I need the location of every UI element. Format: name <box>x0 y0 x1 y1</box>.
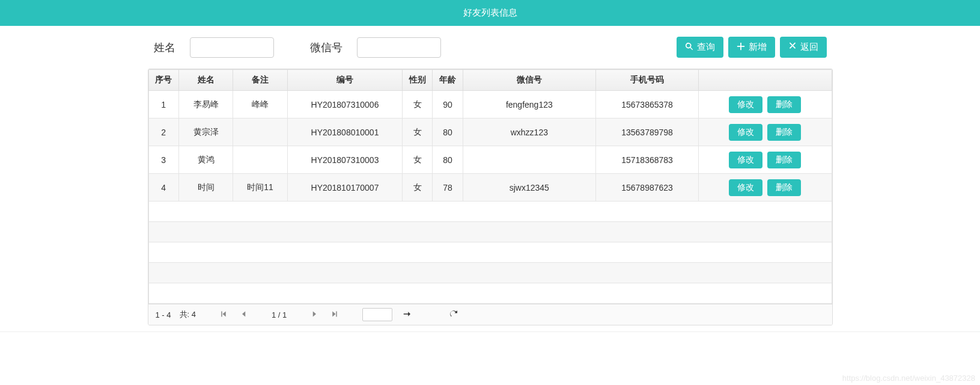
cell-phone: 15678987623 <box>596 174 699 202</box>
back-button[interactable]: 返回 <box>780 37 827 58</box>
cell-action: 修改删除 <box>699 119 832 146</box>
cell-gender: 女 <box>403 146 433 174</box>
cell-gender: 女 <box>403 91 433 119</box>
cell-seq: 4 <box>148 174 178 202</box>
back-button-label: 返回 <box>800 42 818 53</box>
table-row-empty <box>148 202 832 222</box>
cell-wechat: wxhzz123 <box>463 119 595 146</box>
name-label: 姓名 <box>154 40 175 55</box>
edit-button[interactable]: 修改 <box>729 124 762 141</box>
delete-button[interactable]: 删除 <box>767 124 801 141</box>
footer-divider <box>0 331 980 332</box>
query-button[interactable]: 查询 <box>677 37 723 58</box>
cell-seq: 3 <box>148 146 178 174</box>
cell-wechat <box>463 146 595 174</box>
cell-wechat: sjwx12345 <box>463 174 595 202</box>
plus-icon <box>737 42 745 52</box>
search-toolbar: 姓名 微信号 查询 新增 返回 <box>148 37 833 69</box>
edit-button[interactable]: 修改 <box>729 96 762 113</box>
cell-action: 修改删除 <box>699 146 832 174</box>
main-container: 姓名 微信号 查询 新增 返回 序号 <box>148 26 833 325</box>
cell-action: 修改删除 <box>699 174 832 202</box>
cell-gender: 女 <box>403 119 433 146</box>
name-input[interactable] <box>190 37 274 58</box>
cell-gender: 女 <box>403 174 433 202</box>
col-seq[interactable]: 序号 <box>148 70 178 91</box>
pager-range: 1 - 4 <box>156 310 171 319</box>
first-page-icon <box>220 310 227 319</box>
cell-seq: 1 <box>148 91 178 119</box>
table-row[interactable]: 1李易峰峰峰HY201807310006女90fengfeng123156738… <box>148 91 832 119</box>
data-grid: 序号 姓名 备注 编号 性别 年龄 微信号 手机号码 1李易峰峰峰HY20180… <box>148 69 833 325</box>
pager-total: 共: 4 <box>180 309 196 320</box>
cell-seq: 2 <box>148 119 178 146</box>
table-row-empty <box>148 242 832 263</box>
cell-age: 80 <box>433 119 463 146</box>
cell-name: 黄宗泽 <box>178 119 233 146</box>
table-row-empty <box>148 222 832 242</box>
pager-first-button[interactable] <box>218 309 230 321</box>
query-button-label: 查询 <box>697 42 715 53</box>
cell-code: HY201810170007 <box>287 174 402 202</box>
cell-phone: 13563789798 <box>596 119 699 146</box>
cell-name: 黄鸿 <box>178 146 233 174</box>
edit-button[interactable]: 修改 <box>729 179 762 196</box>
chevron-right-icon <box>311 310 318 319</box>
page-header: 好友列表信息 <box>0 0 980 26</box>
cell-age: 78 <box>433 174 463 202</box>
delete-button[interactable]: 删除 <box>767 179 801 196</box>
cell-name: 李易峰 <box>178 91 233 119</box>
cell-phone: 15718368783 <box>596 146 699 174</box>
last-page-icon <box>331 310 338 319</box>
table-row-empty <box>148 283 832 304</box>
delete-button[interactable]: 删除 <box>767 152 801 168</box>
search-icon <box>685 42 693 52</box>
col-code[interactable]: 编号 <box>287 70 402 91</box>
col-age[interactable]: 年龄 <box>433 70 463 91</box>
pager-goto-button[interactable] <box>401 309 413 321</box>
wechat-label: 微信号 <box>310 40 342 55</box>
pager-prev-button[interactable] <box>238 309 250 321</box>
pager-page-info: 1 / 1 <box>272 310 287 319</box>
cell-remark: 时间11 <box>233 174 288 202</box>
table-row[interactable]: 2黄宗泽HY201808010001女80wxhzz12313563789798… <box>148 119 832 146</box>
table-row[interactable]: 3黄鸿HY201807310003女8015718368783修改删除 <box>148 146 832 174</box>
table-row-empty <box>148 263 832 283</box>
add-button[interactable]: 新增 <box>728 37 775 58</box>
col-remark[interactable]: 备注 <box>233 70 288 91</box>
table-header-row: 序号 姓名 备注 编号 性别 年龄 微信号 手机号码 <box>148 70 832 91</box>
cell-name: 时间 <box>178 174 233 202</box>
close-icon <box>788 42 797 52</box>
pager-goto-input[interactable] <box>362 308 392 321</box>
cell-code: HY201807310006 <box>287 91 402 119</box>
cell-remark <box>233 146 288 174</box>
delete-button[interactable]: 删除 <box>767 96 801 113</box>
col-name[interactable]: 姓名 <box>178 70 233 91</box>
table-row[interactable]: 4时间时间11HY201810170007女78sjwx123451567898… <box>148 174 832 202</box>
arrow-right-icon <box>403 310 410 319</box>
col-wechat[interactable]: 微信号 <box>463 70 595 91</box>
cell-age: 80 <box>433 146 463 174</box>
pager-last-button[interactable] <box>329 309 341 321</box>
wechat-input[interactable] <box>357 37 441 58</box>
cell-age: 90 <box>433 91 463 119</box>
col-gender[interactable]: 性别 <box>403 70 433 91</box>
cell-code: HY201807310003 <box>287 146 402 174</box>
page-title: 好友列表信息 <box>463 7 517 17</box>
pager: 1 - 4 共: 4 1 / 1 <box>148 304 832 325</box>
edit-button[interactable]: 修改 <box>729 152 762 168</box>
refresh-icon <box>450 310 457 319</box>
cell-remark <box>233 119 288 146</box>
cell-wechat: fengfeng123 <box>463 91 595 119</box>
add-button-label: 新增 <box>749 42 767 53</box>
col-phone[interactable]: 手机号码 <box>596 70 699 91</box>
pager-next-button[interactable] <box>308 309 320 321</box>
col-action[interactable] <box>699 70 832 91</box>
chevron-left-icon <box>240 310 248 319</box>
cell-phone: 15673865378 <box>596 91 699 119</box>
cell-remark: 峰峰 <box>233 91 288 119</box>
pager-refresh-button[interactable] <box>448 309 460 321</box>
cell-action: 修改删除 <box>699 91 832 119</box>
cell-code: HY201808010001 <box>287 119 402 146</box>
